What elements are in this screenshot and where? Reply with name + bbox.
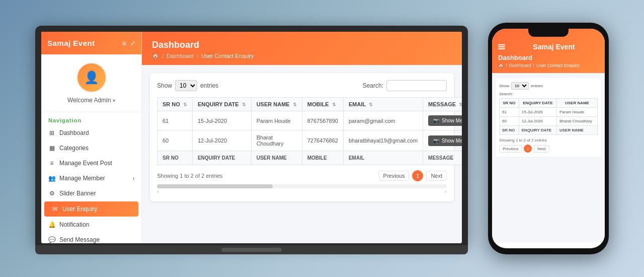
sidebar-item-label: Send Message [59,236,100,243]
phone-page-title: Dashboard [498,54,599,61]
show-message-button[interactable]: 📷 Show Message [428,135,462,146]
sidebar-item-label: Manage Event Post [59,160,112,167]
sort-icon: ⇅ [242,102,246,107]
next-page-button[interactable]: Next [426,171,447,181]
phone-menu-icon[interactable] [498,44,505,49]
phone-screen: Samaj Event Dashboard 🏠 / Dashboard / Us… [492,29,605,248]
phone-cell-name: Bharat Choudhary [556,117,597,126]
phone-entries-select[interactable]: 10 [511,82,529,90]
cell-mobile: 7276476862 [302,130,343,151]
sort-icon: ⇅ [459,102,462,107]
sidebar-item-user-enquiry[interactable]: ✉ User Enquiry [44,201,138,217]
nav-section-label: Navigation [41,112,141,125]
cell-srno: 60 [157,130,193,151]
laptop-screen-outer: Samaj Event ≡ ⤢ 👤 Welcome Admin ▾ [35,26,468,245]
scene: Samaj Event ≡ ⤢ 👤 Welcome Admin ▾ [25,13,619,264]
phone-table-row: 60 12-Jul-2020 Bharat Choudhary [500,117,598,126]
sidebar-item-manage-member[interactable]: 👥 Manage Member › [41,171,141,186]
entries-select[interactable]: 10 25 50 [175,80,197,91]
phone-cell-date: 15-Jul-2020 [519,108,556,117]
sidebar-item-categories[interactable]: ▦ Categories [41,141,141,156]
sidebar-item-manage-event-post[interactable]: ≡ Manage Event Post [41,156,141,171]
footer-col-mobile: MOBILE [302,151,343,165]
phone-notch [528,28,569,37]
entries-label: entries [200,82,218,89]
phone-app-name: Samaj Event [509,43,599,51]
scroll-bar-thumb [157,184,273,188]
phone-card: Show 10 entries Search: SR NO ENQUIRY DA… [496,78,601,157]
phone-showing-text: Showing 1 to 2 of 2 entries [499,138,547,143]
sidebar-header: Samaj Event ≡ ⤢ [41,32,141,54]
footer-col-username: USER NAME [251,151,302,165]
show-message-button[interactable]: 📷 Show Message [428,115,462,126]
prev-page-button[interactable]: Previous [379,171,410,181]
breadcrumb: 🏠 / Dashboard / User Contact Enquiry [152,52,452,59]
phone-header-row: SR NO ENQUIRY DATE USER NAME [500,99,598,108]
breadcrumb-link1[interactable]: Dashboard [167,53,194,59]
pagination: Previous 1 Next [379,170,447,181]
avatar: 👤 [76,62,107,93]
expand-icon[interactable]: ⤢ [130,40,135,47]
phone-sep1: / [506,63,507,68]
phone-cell-srno: 61 [500,108,519,117]
phone-breadcrumb-current: User Contact Enquiry [536,63,580,68]
footer-col-date: ENQUIRY DATE [192,151,251,165]
phone-footer-srno: SR NO [500,126,519,135]
cell-username: Bharat Choudhary [251,130,302,151]
event-post-icon: ≡ [48,160,55,167]
phone-search-label: Search: [499,92,598,96]
phone-page1-button[interactable]: 1 [524,145,532,153]
sidebar: Samaj Event ≡ ⤢ 👤 Welcome Admin ▾ [41,32,142,243]
chevron-right-icon: › [133,176,134,181]
col-message: MESSAGE ⇅ [423,98,462,111]
sidebar-header-icons: ≡ ⤢ [122,39,135,47]
col-mobile: MOBILE ⇅ [302,98,343,111]
search-label: Search: [363,82,383,89]
phone-sep2: / [533,63,535,68]
main-content: Dashboard 🏠 / Dashboard / User Contact E… [142,32,462,243]
phone-footer: Showing 1 to 2 of 2 entries [499,138,598,143]
phone-next-button[interactable]: Next [534,145,549,153]
sidebar-item-label: Dashboard [59,129,89,136]
breadcrumb-sep1: / [162,53,164,59]
show-entries: Show 10 25 50 entries [157,80,218,91]
breadcrumb-home-icon: 🏠 [152,52,159,59]
phone-entries-label: entries [531,84,543,88]
app-name: Samaj Event [47,39,95,47]
table-row: 61 15-Jul-2020 Param Houde 8767567890 pa… [157,111,462,130]
sort-icon: ⇅ [332,102,336,107]
footer-col-message: MESSAGE [423,151,462,165]
phone-breadcrumb-link[interactable]: Dashboard [509,63,531,68]
sidebar-item-send-message[interactable]: 💬 Send Message [41,232,141,243]
phone-footer-row: SR NO ENQUIRY DATE USER NAME [500,126,598,135]
phone-breadcrumb-home: 🏠 [498,63,504,68]
phone-header-top: Samaj Event [498,43,599,51]
data-table: SR NO ⇅ ENQUIRY DATE ⇅ USER [157,97,462,165]
page-title: Dashboard [152,40,452,50]
sidebar-item-dashboard[interactable]: ⊞ Dashboard [41,125,141,141]
dashboard-icon: ⊞ [48,129,55,136]
camera-icon: 📷 [433,138,439,144]
page-1-button[interactable]: 1 [412,170,423,181]
table-controls: Show 10 25 50 entries Search: [157,80,447,91]
phone-cell-date: 12-Jul-2020 [519,117,556,126]
scroll-right-icon[interactable]: › [445,189,447,194]
showing-entries-text: Showing 1 to 2 of 2 entries [157,173,222,179]
phone-prev-button[interactable]: Previous [499,145,522,153]
scroll-bar[interactable] [157,184,447,188]
cell-username: Param Houde [251,111,302,130]
cell-message: 📷 Show Message [423,111,462,130]
enquiry-icon: ✉ [51,205,58,213]
search-input[interactable] [386,80,447,91]
sidebar-item-notification[interactable]: 🔔 Notification [41,217,141,232]
notification-icon: 🔔 [48,221,55,228]
phone-cell-name: Param Houde [556,108,597,117]
sidebar-item-slider-banner[interactable]: ⚙ Slider Banner [41,186,141,201]
scroll-left-icon[interactable]: ‹ [157,189,158,194]
search-group: Search: [363,80,447,91]
col-email: EMAIL ⇅ [343,98,423,111]
col-username: USER NAME ⇅ [251,98,302,111]
menu-icon[interactable]: ≡ [122,39,126,47]
welcome-caret: ▾ [113,98,115,103]
table-footer-repeat-row: SR NO ENQUIRY DATE USER NAME MOBILE EMAI… [157,151,462,165]
